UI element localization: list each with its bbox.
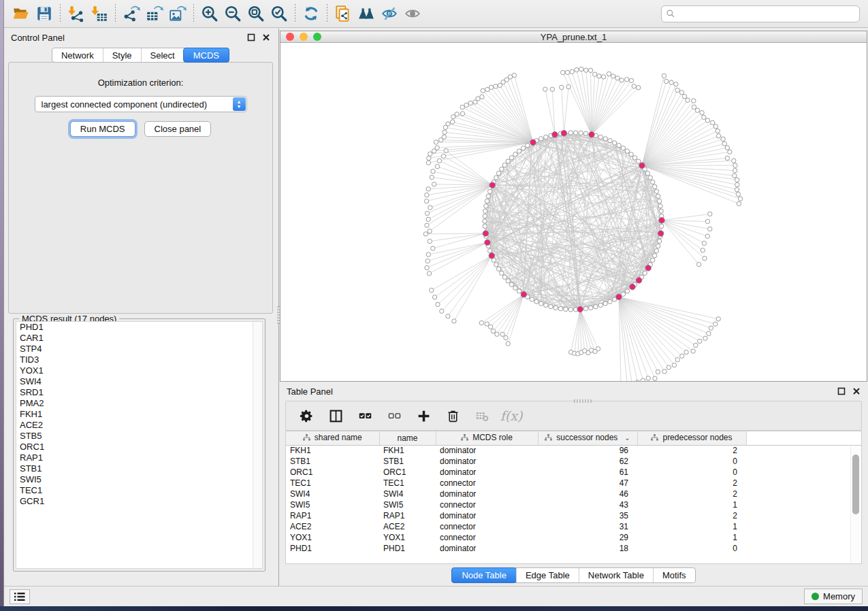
unselect-all-button[interactable]: [386, 408, 402, 424]
search-input[interactable]: [675, 9, 855, 18]
table-cell[interactable]: 18: [538, 543, 637, 554]
show-column-button[interactable]: [327, 408, 344, 424]
table-cell[interactable]: 62: [538, 456, 637, 467]
float-panel-icon[interactable]: [837, 387, 846, 395]
hide-selected-button[interactable]: [378, 3, 401, 24]
tab-edge-table[interactable]: Edge Table: [516, 568, 579, 582]
export-network-button[interactable]: [120, 3, 143, 24]
memory-button[interactable]: Memory: [804, 589, 863, 604]
close-panel-icon[interactable]: [262, 33, 270, 42]
table-cell[interactable]: 31: [538, 521, 637, 532]
result-list-item[interactable]: GCR1: [16, 496, 262, 507]
table-cell[interactable]: dominator: [436, 445, 538, 456]
table-cell[interactable]: YOX1: [379, 532, 436, 543]
table-cell[interactable]: YOX1: [286, 532, 379, 543]
result-list-item[interactable]: PHD1: [16, 322, 262, 333]
table-row[interactable]: ACE2ACE2connector311: [286, 521, 861, 532]
table-row[interactable]: YOX1YOX1connector291: [286, 532, 861, 543]
tab-style[interactable]: Style: [103, 48, 141, 62]
tab-network-table[interactable]: Network Table: [579, 568, 653, 582]
table-cell[interactable]: ACE2: [379, 521, 436, 532]
network-canvas[interactable]: [280, 44, 867, 381]
table-cell[interactable]: TEC1: [379, 478, 436, 489]
table-cell[interactable]: STB1: [286, 456, 379, 467]
table-cell[interactable]: RAP1: [286, 510, 379, 521]
criterion-select[interactable]: largest connected component (undirected)…: [35, 96, 247, 112]
table-row[interactable]: ORC1ORC1dominator610: [286, 467, 861, 478]
float-panel-icon[interactable]: [247, 33, 255, 42]
horizontal-splitter-handle[interactable]: [574, 399, 592, 403]
result-list-item[interactable]: SWI4: [16, 376, 262, 387]
result-list-item[interactable]: YOX1: [16, 365, 262, 376]
tab-mcds[interactable]: MCDS: [183, 48, 229, 63]
table-cell[interactable]: 43: [538, 499, 637, 510]
table-cell[interactable]: SWI5: [286, 499, 379, 510]
result-list-item[interactable]: FKH1: [16, 409, 262, 420]
table-cell[interactable]: SWI4: [286, 489, 379, 499]
table-cell[interactable]: connector: [436, 499, 538, 510]
table-cell[interactable]: 0: [637, 456, 746, 467]
table-cell[interactable]: ORC1: [286, 467, 379, 478]
table-cell[interactable]: 0: [637, 543, 746, 554]
table-cell[interactable]: 35: [538, 510, 637, 521]
zoom-in-button[interactable]: [198, 3, 221, 24]
table-settings-button[interactable]: [298, 408, 315, 424]
table-row[interactable]: STB1STB1dominator620: [286, 456, 861, 467]
table-cell[interactable]: 61: [538, 467, 637, 478]
show-eye-button[interactable]: [401, 3, 424, 24]
result-list-item[interactable]: STB1: [16, 463, 262, 474]
table-cell[interactable]: 96: [538, 445, 637, 456]
result-list-item[interactable]: TEC1: [16, 485, 262, 496]
save-session-button[interactable]: [33, 3, 56, 24]
table-cell[interactable]: 0: [637, 467, 746, 478]
table-cell[interactable]: ACE2: [286, 521, 379, 532]
tab-select[interactable]: Select: [141, 48, 184, 62]
table-cell[interactable]: connector: [436, 532, 538, 543]
table-cell[interactable]: 2: [637, 510, 746, 521]
table-cell[interactable]: 47: [538, 478, 637, 489]
table-row[interactable]: TEC1TEC1connector472: [286, 478, 861, 489]
open-file-button[interactable]: [10, 3, 33, 24]
export-table-button[interactable]: [143, 3, 166, 24]
result-list-item[interactable]: STP4: [16, 344, 262, 354]
export-image-button[interactable]: [166, 3, 189, 24]
scrollbar-thumb[interactable]: [852, 455, 859, 514]
table-cell[interactable]: SWI5: [379, 499, 436, 510]
result-list-item[interactable]: RAP1: [16, 452, 262, 463]
table-cell[interactable]: 2: [637, 445, 746, 456]
table-cell[interactable]: dominator: [436, 489, 538, 499]
table-row[interactable]: SWI5SWI5connector431: [286, 499, 861, 510]
column-header-name[interactable]: name: [379, 431, 436, 445]
table-row[interactable]: FKH1FKH1dominator962: [286, 445, 861, 456]
table-cell[interactable]: 1: [637, 499, 746, 510]
task-history-button[interactable]: [10, 589, 30, 604]
table-row[interactable]: RAP1RAP1dominator352: [286, 510, 861, 521]
result-list-item[interactable]: CAR1: [16, 333, 262, 344]
table-cell[interactable]: dominator: [436, 543, 538, 554]
import-table-button[interactable]: [88, 3, 111, 24]
result-list-item[interactable]: PMA2: [16, 398, 262, 409]
result-list-item[interactable]: TID3: [16, 354, 262, 365]
column-header-MCDS-role[interactable]: MCDS role: [436, 431, 538, 445]
table-cell[interactable]: TEC1: [286, 478, 379, 489]
table-cell[interactable]: 1: [637, 521, 746, 532]
table-cell[interactable]: STB1: [379, 456, 436, 467]
tab-network[interactable]: Network: [52, 48, 103, 62]
table-cell[interactable]: PHD1: [286, 543, 379, 554]
result-list-item[interactable]: STB5: [16, 431, 262, 442]
network-window-titlebar[interactable]: YPA_prune.txt_1: [280, 31, 867, 43]
tab-node-table[interactable]: Node Table: [451, 567, 517, 583]
run-mcds-button[interactable]: Run MCDS: [70, 121, 135, 137]
table-cell[interactable]: 2: [637, 489, 746, 499]
result-list-item[interactable]: SRD1: [16, 387, 262, 398]
share-document-button[interactable]: [332, 3, 355, 24]
add-row-button[interactable]: [415, 408, 432, 424]
result-list-item[interactable]: ORC1: [16, 442, 262, 452]
table-cell[interactable]: dominator: [436, 467, 538, 478]
table-cell[interactable]: connector: [436, 521, 538, 532]
select-all-button[interactable]: [357, 408, 373, 424]
table-cell[interactable]: SWI4: [379, 489, 436, 499]
table-cell[interactable]: 46: [538, 489, 637, 499]
result-scrollbar[interactable]: [253, 322, 262, 568]
mcds-result-list[interactable]: PHD1CAR1STP4TID3YOX1SWI4SRD1PMA2FKH1ACE2…: [16, 321, 263, 569]
